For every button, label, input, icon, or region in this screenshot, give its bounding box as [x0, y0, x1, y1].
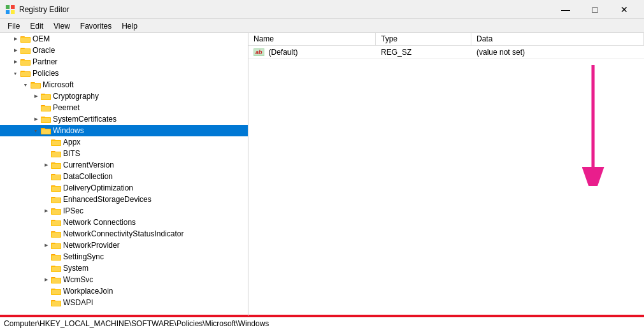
app-icon — [5, 4, 15, 15]
tree-item-networkconnectivitystatusindicator[interactable]: NetworkConnectivityStatusIndicator — [0, 228, 248, 240]
folder-icon-oem — [20, 34, 31, 43]
tree-label-networkprovider: NetworkProvider — [63, 241, 120, 250]
close-button[interactable]: ✕ — [610, 0, 639, 19]
maximize-button[interactable]: □ — [580, 0, 610, 19]
right-rows[interactable]: ab (Default) REG_SZ (value not set) — [248, 46, 644, 316]
folder-icon-enhancedstoragedevices — [51, 195, 61, 204]
svg-rect-54 — [52, 221, 61, 226]
svg-rect-39 — [52, 164, 61, 168]
expander-windows[interactable] — [31, 126, 41, 136]
svg-rect-51 — [52, 210, 61, 214]
svg-rect-66 — [52, 267, 61, 271]
menu-item-favorites[interactable]: Favorites — [75, 20, 117, 32]
status-bar: Computer\HKEY_LOCAL_MACHINE\SOFTWARE\Pol… — [0, 316, 644, 330]
expander-currentversion[interactable] — [41, 160, 51, 170]
menu-item-file[interactable]: File — [3, 20, 25, 32]
tree-item-networkconnections[interactable]: Network Connections — [0, 217, 248, 228]
svg-rect-69 — [52, 278, 61, 283]
tree-label-oracle: Oracle — [32, 46, 55, 55]
folder-icon-wsdapi — [51, 298, 61, 307]
tree-item-policies[interactable]: Policies — [0, 68, 248, 79]
expander-oem[interactable] — [10, 34, 20, 44]
tree-item-workplacejoin[interactable]: WorkplaceJoin — [0, 285, 248, 297]
expander-oracle[interactable] — [10, 45, 20, 55]
svg-rect-6 — [21, 38, 30, 42]
tree-item-bits[interactable]: BITS — [0, 148, 248, 159]
tree-item-microsoft[interactable]: Microsoft — [0, 79, 248, 90]
svg-rect-1 — [11, 5, 15, 9]
folder-icon-currentversion — [51, 161, 61, 169]
folder-icon-peernet — [41, 103, 51, 112]
tree-panel: OEM Oracle Partner Policies Microsoft Cr… — [0, 33, 248, 316]
tree-item-appx[interactable]: Appx — [0, 136, 248, 148]
svg-rect-36 — [52, 152, 61, 157]
expander-wcmsvc[interactable] — [41, 275, 51, 285]
app-title: Registry Editor — [19, 5, 69, 14]
tree-label-networkconnections: Network Connections — [63, 218, 136, 227]
svg-rect-63 — [52, 255, 61, 260]
tree-label-currentversion: CurrentVersion — [63, 161, 114, 169]
col-header-name: Name — [248, 33, 376, 45]
tree-label-deliveryoptimization: DeliveryOptimization — [63, 183, 133, 192]
expander-systemcertificates[interactable] — [31, 114, 41, 124]
expander-microsoft[interactable] — [20, 80, 31, 90]
svg-rect-14 — [20, 71, 25, 72]
svg-rect-42 — [52, 175, 61, 180]
folder-icon-policies — [20, 69, 31, 78]
expander-cryptography[interactable] — [31, 91, 41, 101]
tree-scroll[interactable]: OEM Oracle Partner Policies Microsoft Cr… — [0, 33, 248, 316]
tree-item-deliveryoptimization[interactable]: DeliveryOptimization — [0, 182, 248, 194]
svg-rect-33 — [52, 141, 61, 145]
svg-rect-18 — [31, 83, 40, 88]
reg-row[interactable]: ab (Default) REG_SZ (value not set) — [248, 46, 644, 59]
folder-icon-oracle — [20, 46, 31, 55]
col-header-data: Data — [471, 33, 644, 45]
title-bar-left: Registry Editor — [5, 4, 69, 15]
tree-item-ipsec[interactable]: IPSec — [0, 205, 248, 217]
tree-item-windows[interactable]: Windows — [0, 125, 248, 136]
minimize-button[interactable]: — — [551, 0, 580, 19]
title-bar: Registry Editor — □ ✕ — [0, 0, 644, 19]
menu-item-help[interactable]: Help — [117, 20, 143, 32]
tree-label-settingsync: SettingSync — [63, 252, 104, 261]
reg-name: ab (Default) — [248, 47, 376, 58]
folder-icon-networkconnections — [51, 218, 61, 227]
tree-item-peernet[interactable]: Peernet — [0, 102, 248, 113]
folder-icon-networkprovider — [51, 241, 61, 250]
tree-label-system: System — [63, 264, 89, 273]
tree-item-datacollection[interactable]: DataCollection — [0, 171, 248, 182]
tree-item-networkprovider[interactable]: NetworkProvider — [0, 240, 248, 251]
tree-item-enhancedstoragedevices[interactable]: EnhancedStorageDevices — [0, 194, 248, 205]
expander-policies[interactable] — [10, 68, 20, 78]
folder-icon-datacollection — [51, 172, 61, 181]
folder-icon-systemcertificates — [41, 115, 51, 124]
menu-item-view[interactable]: View — [48, 20, 75, 32]
right-header: Name Type Data — [248, 33, 644, 46]
tree-item-cryptography[interactable]: Cryptography — [0, 90, 248, 102]
right-panel: Name Type Data ab (Default) REG_SZ (valu… — [248, 33, 644, 316]
folder-icon-workplacejoin — [51, 287, 61, 296]
folder-icon-appx — [51, 138, 61, 147]
tree-item-partner[interactable]: Partner — [0, 56, 248, 68]
tree-item-settingsync[interactable]: SettingSync — [0, 251, 248, 262]
tree-item-oem[interactable]: OEM — [0, 33, 248, 45]
folder-icon-windows — [41, 126, 51, 135]
tree-label-ipsec: IPSec — [63, 206, 83, 215]
tree-item-wcmsvc[interactable]: WcmSvc — [0, 274, 248, 285]
tree-item-wsdapi[interactable]: WSDAPI — [0, 297, 248, 308]
tree-label-bits: BITS — [63, 149, 80, 158]
menu-item-edit[interactable]: Edit — [25, 20, 48, 32]
tree-item-oracle[interactable]: Oracle — [0, 45, 248, 56]
expander-partner[interactable] — [10, 57, 20, 67]
menu-bar: FileEditViewFavoritesHelp — [0, 19, 644, 33]
tree-item-currentversion[interactable]: CurrentVersion — [0, 159, 248, 171]
expander-networkprovider[interactable] — [41, 240, 51, 250]
tree-label-windows: Windows — [53, 126, 84, 135]
tree-item-system[interactable]: System — [0, 262, 248, 274]
folder-icon-settingsync — [51, 252, 61, 261]
tree-item-systemcertificates[interactable]: SystemCertificates — [0, 113, 248, 125]
expander-ipsec[interactable] — [41, 206, 51, 216]
svg-rect-72 — [52, 290, 61, 294]
svg-rect-15 — [21, 72, 30, 76]
tree-label-workplacejoin: WorkplaceJoin — [63, 287, 113, 296]
